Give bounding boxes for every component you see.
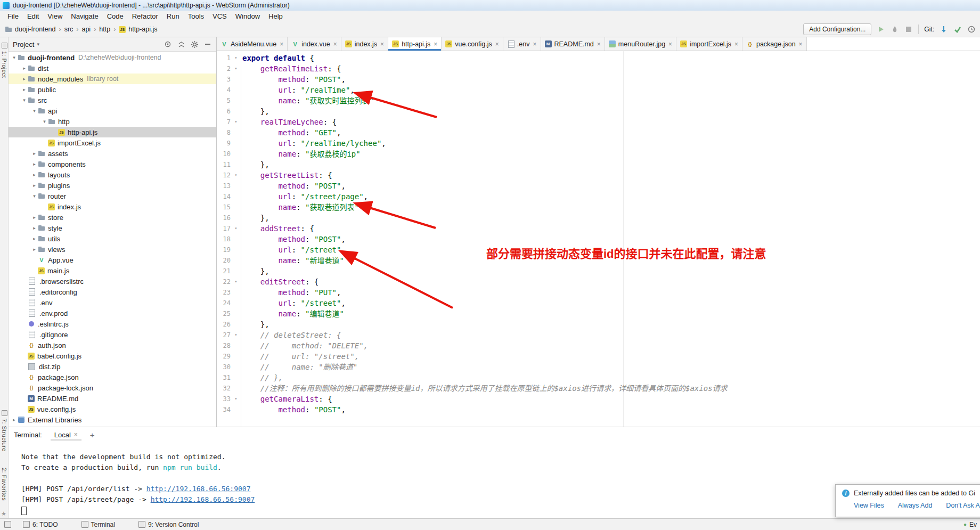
editor-tab-README.md[interactable]: MREADME.md×: [541, 37, 605, 51]
fold-icon[interactable]: ▾: [233, 117, 239, 127]
menu-item-navigate[interactable]: Navigate: [67, 11, 102, 22]
tree-item-views[interactable]: ▸views: [9, 244, 216, 255]
tree-chevron-icon[interactable]: ▾: [31, 108, 38, 113]
tree-item-importExcel.js[interactable]: JSimportExcel.js: [9, 137, 216, 148]
tab-close-icon[interactable]: ×: [495, 40, 499, 48]
tree-item-layouts[interactable]: ▸layouts: [9, 169, 216, 180]
tree-item-.browserslistrc[interactable]: .browserslistrc: [9, 276, 216, 287]
tree-item-package-lock.json[interactable]: {}package-lock.json: [9, 382, 216, 393]
commit-button[interactable]: [953, 25, 962, 34]
tree-chevron-icon[interactable]: ▸: [31, 215, 38, 220]
code-line[interactable]: 14 url: "/street/page",: [217, 191, 980, 202]
code-line[interactable]: 31 // },: [217, 372, 980, 383]
tree-item-auth.json[interactable]: {}auth.json: [9, 340, 216, 350]
tree-chevron-icon[interactable]: ▸: [31, 225, 38, 231]
editor-tab-index.vue[interactable]: Vindex.vue×: [288, 37, 341, 51]
tree-item-babel.config.js[interactable]: JSbabel.config.js: [9, 350, 216, 361]
code-line[interactable]: 30 // name: "删除巷道": [217, 362, 980, 372]
editor-tab-menuRouter.jpg[interactable]: menuRouter.jpg×: [605, 37, 676, 51]
code-line[interactable]: 16 },: [217, 213, 980, 223]
tab-close-icon[interactable]: ×: [734, 40, 738, 48]
menu-item-code[interactable]: Code: [103, 11, 128, 22]
tree-item-plugins[interactable]: ▸plugins: [9, 180, 216, 191]
tree-item-External Libraries[interactable]: ▸External Libraries: [9, 414, 216, 425]
tree-chevron-icon[interactable]: ▸: [21, 87, 28, 92]
tree-chevron-icon[interactable]: ▸: [31, 161, 38, 167]
code-line[interactable]: 33▾ getCameraList: {: [217, 394, 980, 404]
collapse-all-button[interactable]: [177, 40, 185, 48]
code-editor[interactable]: 1▾export default {2▾ getRealTimeList: {3…: [217, 51, 980, 427]
tree-item-index.js[interactable]: JSindex.js: [9, 201, 216, 212]
editor-tab-vue.config.js[interactable]: JSvue.config.js×: [442, 37, 503, 51]
code-line[interactable]: 4 url: "/realTime",: [217, 85, 980, 95]
code-line[interactable]: 23 method: "PUT",: [217, 287, 980, 298]
tab-close-icon[interactable]: ×: [333, 40, 337, 48]
tree-item-utils[interactable]: ▸utils: [9, 233, 216, 244]
history-button[interactable]: [967, 25, 976, 34]
fold-icon[interactable]: ▾: [233, 170, 239, 181]
tree-item-.env.prod[interactable]: .env.prod: [9, 308, 216, 319]
tree-chevron-icon[interactable]: ▸: [21, 76, 28, 81]
fold-icon[interactable]: ▾: [233, 53, 239, 63]
code-line[interactable]: 11 },: [217, 159, 980, 170]
code-line[interactable]: 21 },: [217, 266, 980, 276]
tree-item-public[interactable]: ▸public: [9, 84, 216, 95]
tree-chevron-icon[interactable]: ▸: [31, 183, 38, 188]
notification-action-view-files[interactable]: View Files: [854, 502, 884, 509]
breadcrumb-item[interactable]: JShttp-api.js: [117, 26, 159, 33]
editor-tab-.env[interactable]: .env×: [503, 37, 541, 51]
terminal-tab-close-icon[interactable]: ×: [74, 431, 78, 438]
terminal-link[interactable]: http://192.168.66.56:9007: [146, 485, 251, 493]
tree-item-router[interactable]: ▾router: [9, 191, 216, 201]
notification-action-don-t-ask-agai[interactable]: Don't Ask Agai: [946, 502, 980, 509]
code-line[interactable]: 26 },: [217, 319, 980, 330]
tree-chevron-icon[interactable]: ▸: [31, 247, 38, 252]
menu-item-tools[interactable]: Tools: [184, 11, 208, 22]
event-log-button[interactable]: ● Ev: [963, 521, 977, 528]
code-line[interactable]: 34 method: "POST",: [217, 404, 980, 415]
code-line[interactable]: 17▾ addStreet: {: [217, 223, 980, 234]
locate-file-button[interactable]: [164, 40, 172, 48]
tree-item-.env[interactable]: .env: [9, 297, 216, 308]
tree-item-assets[interactable]: ▸assets: [9, 148, 216, 159]
code-line[interactable]: 32 //注释：所有用到删除的接口都需要拼接变量id，所以请求方式采用了挂载在原…: [217, 383, 980, 394]
add-configuration-button[interactable]: Add Configuration...: [803, 23, 871, 35]
toolwindow-switcher-icon[interactable]: [4, 521, 11, 528]
tree-item-main.js[interactable]: JSmain.js: [9, 265, 216, 276]
statusbar-vcs-button[interactable]: 9: Version Control: [138, 521, 199, 528]
code-line[interactable]: 7▾ realTimeLychee: {: [217, 117, 980, 127]
menu-item-edit[interactable]: Edit: [23, 11, 43, 22]
tree-item-App.vue[interactable]: VApp.vue: [9, 255, 216, 265]
tree-chevron-icon[interactable]: ▸: [21, 66, 28, 71]
run-button[interactable]: [877, 25, 885, 34]
code-line[interactable]: 25 name: "编辑巷道": [217, 308, 980, 319]
tab-close-icon[interactable]: ×: [597, 40, 601, 48]
tree-item-node_modules[interactable]: ▸node_moduleslibrary root: [9, 74, 216, 84]
menu-item-vcs[interactable]: VCS: [208, 11, 231, 22]
code-line[interactable]: 13 method: "POST",: [217, 181, 980, 191]
tree-chevron-icon[interactable]: ▸: [31, 151, 38, 156]
code-line[interactable]: 29 // url: "/street",: [217, 351, 980, 362]
tree-chevron-icon[interactable]: ▾: [31, 193, 38, 199]
breadcrumb-item[interactable]: src: [63, 26, 75, 33]
menu-item-view[interactable]: View: [43, 11, 67, 22]
code-line[interactable]: 1▾export default {: [217, 53, 980, 63]
tab-close-icon[interactable]: ×: [799, 40, 803, 48]
favorites-star-icon[interactable]: ★: [1, 510, 6, 517]
tree-item-dist.zip[interactable]: dist.zip: [9, 361, 216, 372]
tab-close-icon[interactable]: ×: [280, 40, 283, 48]
fold-icon[interactable]: ▾: [233, 223, 239, 234]
tree-item-api[interactable]: ▾api: [9, 105, 216, 116]
tree-item-store[interactable]: ▸store: [9, 212, 216, 223]
editor-tab-importExcel.js[interactable]: JSimportExcel.js×: [676, 37, 742, 51]
tree-item-http-api.js[interactable]: JShttp-api.js: [9, 127, 216, 137]
tree-item-http[interactable]: ▾http: [9, 116, 216, 127]
tree-chevron-icon[interactable]: ▸: [11, 417, 18, 422]
tab-close-icon[interactable]: ×: [668, 40, 672, 48]
menu-item-window[interactable]: Window: [231, 11, 264, 22]
code-line[interactable]: 10 name: "获取荔枝的ip": [217, 149, 980, 159]
code-line[interactable]: 22▾ editStreet: {: [217, 276, 980, 287]
new-terminal-session-button[interactable]: +: [90, 430, 95, 439]
tree-item-src[interactable]: ▾src: [9, 95, 216, 105]
fold-icon[interactable]: ▾: [233, 394, 239, 404]
